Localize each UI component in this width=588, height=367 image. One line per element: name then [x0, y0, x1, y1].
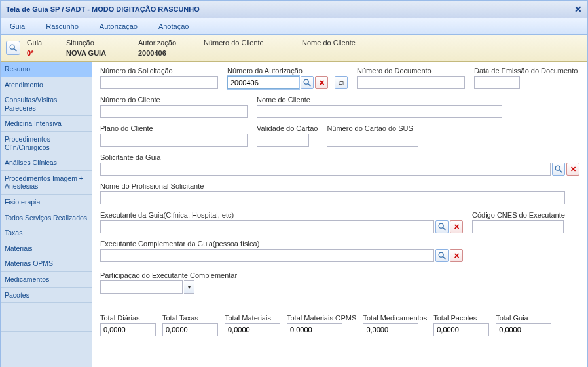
sidebar-item-atendimento[interactable]: Atendimento: [1, 77, 92, 93]
menu-rascunho[interactable]: Rascunho: [42, 21, 83, 31]
delete-autorizacao-button[interactable]: ✕: [315, 76, 328, 89]
sidebar-item-materias-opms[interactable]: Materias OPMS: [1, 256, 92, 272]
delete-executante-comp-button[interactable]: ✕: [450, 249, 463, 262]
field-participacao-exec: Participação do Executante Complementar …: [100, 271, 237, 294]
menu-anotacao[interactable]: Anotação: [155, 21, 193, 31]
field-num-autorizacao: Número da Autorização ✕ ⧉: [227, 67, 348, 89]
label-cnes-executante: Código CNES do Executante: [472, 211, 565, 219]
ctx-hdr-autorizacao: Autorização: [138, 39, 197, 47]
window-title: Tela de Guia SP / SADT - MODO DIGITAÇÃO …: [6, 5, 200, 13]
label-participacao-exec: Participação do Executante Complementar: [100, 271, 237, 279]
ctx-val-situacao: NOVA GUIA: [66, 49, 132, 57]
search-solicitante-button[interactable]: [552, 163, 565, 176]
input-total-taxas[interactable]: [162, 323, 218, 336]
close-button[interactable]: ✕: [574, 4, 582, 14]
input-executante-guia[interactable]: [100, 220, 434, 233]
svg-line-5: [560, 170, 562, 173]
sidebar-item-medicina-intensiva[interactable]: Medicina Intensiva: [1, 116, 92, 132]
field-num-solicitacao: Número da Solicitação: [100, 67, 218, 89]
field-total-medicamentos: Total Medicamentos: [363, 314, 427, 336]
menu-guia[interactable]: Guia: [6, 21, 29, 31]
input-validade-cartao[interactable]: [257, 134, 309, 147]
sidebar-item-consultas[interactable]: Consultas/Visitas Pareceres: [1, 92, 92, 116]
search-icon: [437, 222, 447, 231]
input-total-medicamentos[interactable]: [363, 323, 418, 336]
copy-autorizacao-button[interactable]: ⧉: [335, 76, 348, 89]
search-executante-button[interactable]: [435, 220, 449, 233]
input-plano-cliente[interactable]: [100, 134, 248, 147]
field-total-guia: Total Guia: [496, 314, 551, 336]
field-solicitante-guia: Solicitante da Guia ✕: [100, 153, 579, 176]
sidebar-item-empty: [1, 303, 92, 317]
label-solicitante-guia: Solicitante da Guia: [100, 153, 579, 161]
svg-line-9: [443, 257, 446, 260]
field-validade-cartao: Validade do Cartão: [257, 125, 318, 147]
sidebar-item-procedimentos-imagem[interactable]: Procedimentos Imagem + Anestesias: [1, 171, 92, 195]
label-num-cliente: Número do Cliente: [100, 96, 248, 104]
context-search-button[interactable]: [6, 41, 20, 55]
input-data-emissao[interactable]: [474, 76, 520, 89]
input-total-materiais-opms[interactable]: [287, 323, 342, 336]
field-total-materiais-opms: Total Materiais OPMS: [287, 314, 356, 336]
input-solicitante-guia[interactable]: [100, 163, 551, 176]
svg-line-3: [308, 84, 311, 87]
label-total-diarias: Total Diárias: [100, 314, 156, 322]
input-num-documento[interactable]: [357, 76, 465, 89]
label-total-guia: Total Guia: [496, 314, 551, 322]
ctx-hdr-guia: Guia: [27, 39, 60, 47]
input-num-cliente[interactable]: [100, 105, 248, 118]
label-total-materiais-opms: Total Materiais OPMS: [287, 314, 356, 322]
menubar: Guia Rascunho Autorização Anotação: [1, 18, 587, 35]
svg-point-0: [10, 45, 14, 49]
sidebar: Resumo Atendimento Consultas/Visitas Par…: [1, 62, 92, 367]
label-nome-prof-solic: Nome do Profissional Solicitante: [100, 182, 579, 190]
input-num-solicitacao[interactable]: [100, 76, 218, 89]
field-total-pacotes: Total Pacotes: [433, 314, 489, 336]
svg-point-6: [439, 223, 443, 228]
input-total-pacotes[interactable]: [433, 323, 489, 336]
copy-icon: ⧉: [339, 79, 344, 87]
input-nome-cliente[interactable]: [257, 105, 502, 118]
search-autorizacao-button[interactable]: [301, 76, 314, 89]
sidebar-item-fisioterapia[interactable]: Fisioterapia: [1, 195, 92, 210]
field-total-taxas: Total Taxas: [162, 314, 218, 336]
context-grid: Guia Situação Autorização Número do Clie…: [27, 39, 356, 57]
field-data-emissao: Data de Emissão do Documento: [474, 67, 578, 89]
input-executante-comp[interactable]: [100, 249, 434, 262]
ctx-hdr-nomecli: Nome do Cliente: [302, 39, 356, 47]
sidebar-item-medicamentos[interactable]: Medicamentos: [1, 272, 92, 288]
delete-executante-button[interactable]: ✕: [450, 220, 463, 233]
input-total-materiais[interactable]: [225, 323, 280, 336]
field-nome-cliente: Nome do Cliente: [257, 96, 502, 118]
svg-point-8: [439, 252, 443, 257]
x-icon: ✕: [454, 223, 460, 231]
totals-row: Total Diárias Total Taxas Total Materiai…: [100, 307, 579, 336]
field-total-diarias: Total Diárias: [100, 314, 156, 336]
label-total-medicamentos: Total Medicamentos: [363, 314, 427, 322]
sidebar-item-pacotes[interactable]: Pacotes: [1, 288, 92, 303]
ctx-val-autorizacao: 2000406: [138, 49, 197, 57]
field-executante-guia: Executante da Guia(Clínica, Hospital, et…: [100, 211, 463, 233]
window: Tela de Guia SP / SADT - MODO DIGITAÇÃO …: [0, 0, 588, 367]
search-executante-comp-button[interactable]: [435, 249, 449, 262]
input-nome-prof-solic[interactable]: [100, 191, 565, 204]
sidebar-item-taxas[interactable]: Taxas: [1, 225, 92, 241]
search-icon: [303, 78, 312, 87]
input-participacao-exec[interactable]: [100, 280, 183, 294]
sidebar-item-materiais[interactable]: Materiais: [1, 241, 92, 257]
sidebar-item-analises-clinicas[interactable]: Análises Clínicas: [1, 155, 92, 171]
x-icon: ✕: [454, 252, 460, 260]
input-num-autorizacao[interactable]: [227, 76, 299, 89]
sidebar-item-procedimentos-clin[interactable]: Procedimentos Clín/Cirúrgicos: [1, 132, 92, 155]
input-total-guia[interactable]: [496, 323, 551, 336]
input-num-cartao-sus[interactable]: [327, 134, 418, 147]
label-data-emissao: Data de Emissão do Documento: [474, 67, 578, 75]
dropdown-participacao-exec[interactable]: ▾: [184, 280, 194, 294]
sidebar-item-resumo[interactable]: Resumo: [1, 62, 92, 77]
label-num-solicitacao: Número da Solicitação: [100, 67, 218, 75]
menu-autorizacao[interactable]: Autorização: [96, 21, 141, 31]
input-cnes-executante[interactable]: [472, 220, 564, 233]
input-total-diarias[interactable]: [100, 323, 156, 336]
sidebar-item-todos-servicos[interactable]: Todos Serviços Realizados: [1, 210, 92, 226]
delete-solicitante-button[interactable]: ✕: [566, 163, 579, 176]
